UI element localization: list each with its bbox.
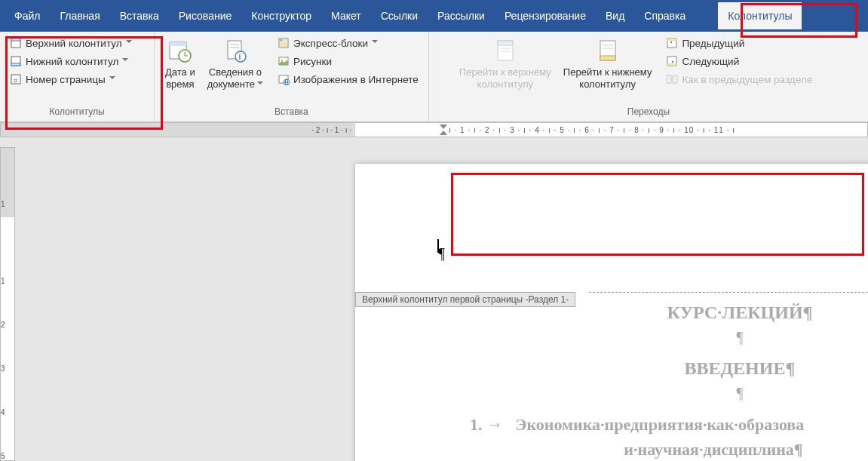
ruler-scale-left: · 2 · ı · 1 · ı ·	[311, 123, 351, 137]
tab-layout[interactable]: Макет	[321, 2, 371, 29]
date-time-button[interactable]: Дата и время	[161, 35, 200, 94]
svg-text:#: #	[14, 77, 17, 85]
ruler-v-tick: 3	[1, 346, 5, 390]
ribbon-tabs: Файл Главная Вставка Рисование Конструкт…	[0, 0, 868, 32]
ruler-v-tick: 1	[1, 259, 5, 303]
svg-rect-18	[284, 39, 287, 41]
heading-text: Экономика·предприятия·как·образова	[516, 415, 805, 434]
online-pictures-button[interactable]: Изображения в Интернете	[274, 71, 422, 88]
go-to-header-icon	[492, 38, 519, 65]
pictures-button[interactable]: Рисунки	[274, 53, 422, 69]
previous-label: Предыдущий	[682, 38, 744, 49]
group-label-insert: Вставка	[161, 105, 422, 118]
doc-info-label2: документе	[207, 78, 255, 91]
ruler-scale-right: ı · 1 · ı · 2 · ı · 3 · ı · 4 · ı · 5 · …	[449, 123, 735, 137]
tab-review[interactable]: Рецензирование	[495, 2, 596, 29]
online-pictures-label: Изображения в Интернете	[293, 74, 419, 85]
doc-title: КУРС·ЛЕКЦИЙ¶	[416, 299, 868, 326]
footer-icon	[10, 55, 22, 67]
next-label: Следующий	[682, 56, 739, 67]
header-button[interactable]: Верхний колонтитул	[6, 35, 148, 51]
svg-text:i: i	[238, 53, 241, 61]
ruler-v-tick: 1	[1, 193, 5, 215]
svg-rect-37	[667, 63, 676, 66]
page-number-label: Номер страницы	[26, 74, 106, 85]
heading-number: 1. →	[470, 415, 503, 434]
tab-draw[interactable]: Рисование	[169, 2, 242, 29]
indent-marker[interactable]	[439, 124, 448, 137]
page-number-button[interactable]: # Номер страницы	[6, 71, 148, 88]
tab-mailings[interactable]: Рассылки	[428, 2, 495, 29]
footer-button[interactable]: Нижний колонтитул	[6, 53, 148, 69]
header-button-label: Верхний колонтитул	[26, 38, 122, 49]
tab-insert[interactable]: Вставка	[110, 2, 169, 29]
doc-info-label1: Сведения о	[207, 66, 263, 78]
date-time-icon	[167, 38, 194, 65]
ruler-v-tick: 5	[1, 434, 5, 461]
go-to-footer-button[interactable]: Перейти к нижнему колонтитулу	[559, 35, 657, 94]
doc-pilcrow: ¶	[416, 326, 868, 349]
go-to-footer-label2: колонтитулу	[563, 78, 652, 91]
svg-rect-31	[600, 56, 615, 60]
doc-pilcrow: ¶	[416, 382, 868, 404]
svg-rect-3	[11, 63, 20, 66]
link-to-previous-label: Как в предыдущем разделе	[682, 74, 812, 85]
link-to-previous-icon	[666, 73, 678, 85]
tab-help[interactable]: Справка	[634, 2, 695, 29]
go-to-header-label2: колонтитулу	[459, 78, 551, 91]
chevron-down-icon	[126, 40, 132, 46]
tab-header-footer[interactable]: Колонтитулы	[718, 2, 802, 29]
doc-intro-heading: ВВЕДЕНИЕ¶	[416, 355, 868, 382]
tab-design[interactable]: Конструктор	[241, 2, 321, 29]
date-time-label1: Дата и	[165, 66, 195, 78]
ruler-v-tick: 2	[1, 303, 5, 346]
go-to-footer-icon	[594, 38, 621, 65]
group-navigation: Перейти к верхнему колонтитулу Перейти к…	[429, 32, 868, 121]
svg-rect-7	[170, 42, 186, 46]
svg-rect-35	[667, 38, 676, 41]
group-header-footer: Верхний колонтитул Нижний колонтитул # Н…	[0, 32, 155, 121]
group-label-header-footer: Колонтитулы	[6, 105, 148, 118]
pictures-icon	[278, 55, 290, 67]
ruler-v-tick	[1, 215, 5, 259]
quick-parts-icon	[278, 37, 290, 49]
online-pictures-icon	[278, 73, 290, 85]
group-insert: Дата и время i Сведения о документе	[155, 32, 429, 121]
group-label-navigation: Переходы	[435, 105, 862, 118]
quick-parts-label: Экспресс-блоки	[293, 38, 368, 49]
svg-rect-39	[673, 75, 677, 83]
svg-rect-1	[11, 38, 20, 41]
previous-button[interactable]: Предыдущий	[662, 35, 816, 51]
svg-rect-27	[498, 41, 513, 45]
go-to-header-label1: Перейти к верхнему	[459, 66, 551, 78]
chevron-down-icon	[257, 81, 263, 88]
tab-view[interactable]: Вид	[596, 2, 634, 29]
tab-file[interactable]: Файл	[5, 2, 50, 29]
ribbon: Верхний колонтитул Нижний колонтитул # Н…	[0, 32, 868, 122]
chevron-down-icon	[122, 58, 128, 64]
quick-parts-button[interactable]: Экспресс-блоки	[274, 35, 422, 51]
svg-rect-17	[280, 39, 283, 41]
go-to-footer-label1: Перейти к нижнему	[563, 66, 652, 78]
tab-home[interactable]: Главная	[50, 2, 109, 29]
page-number-icon: #	[10, 73, 22, 85]
document-body: КУРС·ЛЕКЦИЙ¶ ¶ ВВЕДЕНИЕ¶ ¶ 1. → Экономик…	[416, 296, 868, 461]
previous-icon	[666, 37, 678, 49]
vertical-ruler[interactable]: 1 1 2 3 4 5 6	[0, 147, 15, 461]
pictures-label: Рисунки	[293, 56, 332, 67]
page[interactable]: ¶ Верхний колонтитул первой страницы -Ра…	[355, 164, 868, 461]
header-icon	[10, 37, 22, 49]
doc-heading-1: 1. → Экономика·предприятия·как·образова	[416, 412, 868, 437]
link-to-previous-button: Как в предыдущем разделе	[662, 71, 816, 88]
svg-rect-19	[280, 42, 287, 47]
pilcrow-mark: ¶	[438, 245, 445, 263]
chevron-down-icon	[109, 76, 115, 82]
doc-info-icon: i	[222, 38, 249, 65]
horizontal-ruler[interactable]: · 2 · ı · 1 · ı · ı · 1 · ı · 2 · ı · 3 …	[0, 122, 868, 137]
tab-references[interactable]: Ссылки	[371, 2, 428, 29]
next-button[interactable]: Следующий	[662, 53, 816, 69]
doc-info-button[interactable]: i Сведения о документе	[203, 35, 268, 94]
date-time-label2: время	[165, 78, 195, 91]
header-divider	[589, 292, 868, 293]
chevron-down-icon	[372, 40, 378, 46]
